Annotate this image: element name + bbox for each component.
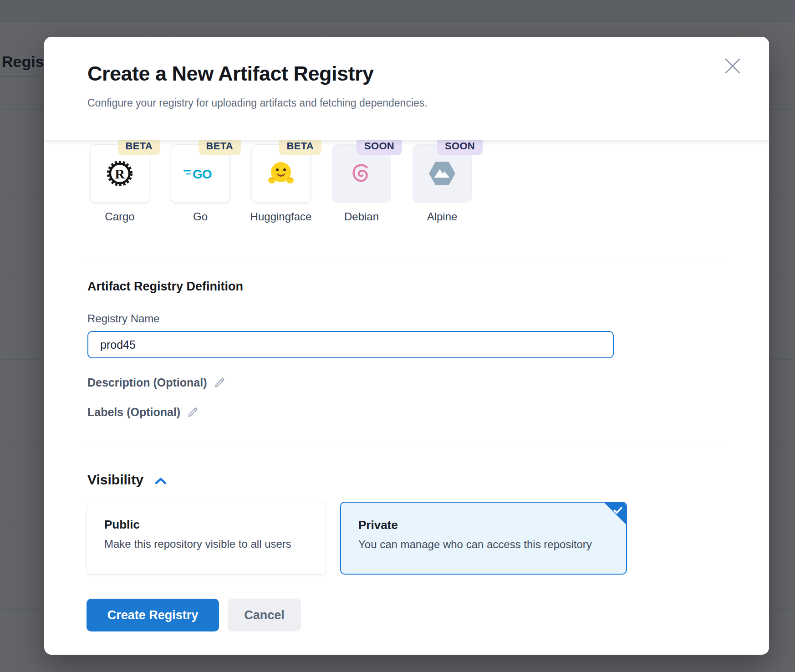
visibility-section-title: Visibility xyxy=(87,472,143,488)
registry-name-input[interactable] xyxy=(87,331,614,358)
section-divider xyxy=(87,447,726,447)
visibility-option-title: Private xyxy=(358,518,626,532)
chevron-up-icon[interactable] xyxy=(154,477,167,485)
registry-type-debian: SOON Debian xyxy=(332,144,391,203)
modal-subtitle: Configure your registry for uploading ar… xyxy=(87,97,428,109)
definition-section-title: Artifact Registry Definition xyxy=(87,280,243,294)
registry-type-huggingface: BETA Huggingface xyxy=(251,144,311,203)
modal-title: Create a New Artifact Registry xyxy=(87,62,374,86)
modal-header: Create a New Artifact Registry Configure… xyxy=(44,37,769,140)
debian-logo-icon xyxy=(348,160,375,187)
huggingface-logo-icon xyxy=(267,160,295,187)
visibility-option-description: You can manage who can access this repos… xyxy=(358,538,626,551)
edit-pencil-icon[interactable] xyxy=(187,406,199,418)
labels-optional-row: Labels (Optional) xyxy=(87,406,199,419)
registry-type-go: BETA GO Go xyxy=(171,144,230,203)
svg-text:R: R xyxy=(115,166,125,181)
registry-type-label: Cargo xyxy=(105,210,134,223)
registry-type-alpine: SOON Alpine xyxy=(413,144,472,203)
registry-type-cargo: BETA R Cargo xyxy=(90,144,149,203)
svg-text:GO: GO xyxy=(193,167,212,181)
visibility-option-private[interactable]: Private You can manage who can access th… xyxy=(340,502,627,575)
registry-name-label: Registry Name xyxy=(87,312,160,325)
description-optional-label: Description (Optional) xyxy=(87,376,207,389)
go-logo-icon: GO xyxy=(183,165,218,182)
registry-type-label: Go xyxy=(193,210,208,223)
alpine-logo-icon xyxy=(428,161,456,186)
close-button[interactable] xyxy=(721,54,744,78)
description-optional-row: Description (Optional) xyxy=(87,376,226,389)
create-registry-button[interactable]: Create Registry xyxy=(87,599,219,631)
check-icon xyxy=(613,506,623,514)
registry-type-label: Alpine xyxy=(427,210,458,223)
visibility-option-description: Make this repository visible to all user… xyxy=(104,538,326,550)
registry-type-label: Huggingface xyxy=(250,210,312,223)
edit-pencil-icon[interactable] xyxy=(214,377,226,389)
create-registry-modal: BETA R Cargo BETA GO Go BE xyxy=(44,37,769,655)
section-divider xyxy=(87,256,726,256)
visibility-option-public[interactable]: Public Make this repository visible to a… xyxy=(87,502,326,575)
registry-type-label: Debian xyxy=(344,210,379,223)
visibility-option-title: Public xyxy=(104,518,326,532)
modal-body: BETA R Cargo BETA GO Go BE xyxy=(44,140,769,655)
visibility-section-header: Visibility xyxy=(87,472,167,488)
cancel-button[interactable]: Cancel xyxy=(228,599,301,631)
cargo-rust-logo-icon: R xyxy=(106,159,134,188)
close-icon xyxy=(722,56,743,76)
labels-optional-label: Labels (Optional) xyxy=(87,406,180,419)
